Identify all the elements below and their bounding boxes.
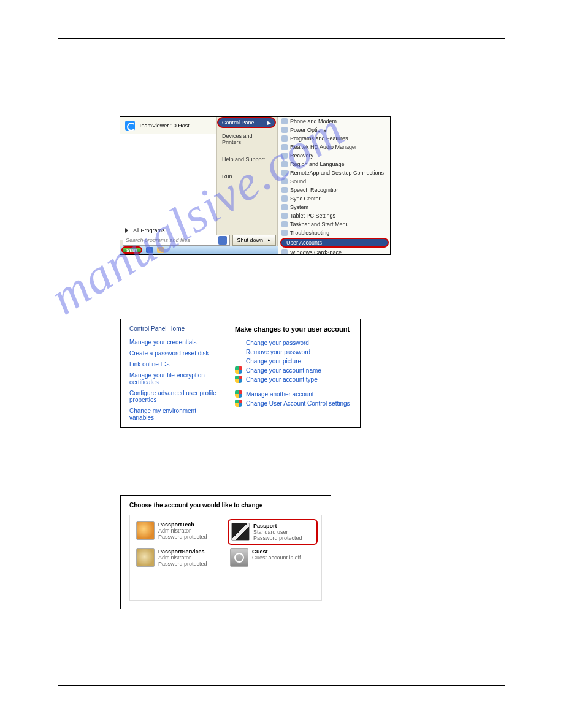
submenu-item[interactable]: Phone and Modem bbox=[278, 117, 391, 126]
shutdown-button[interactable]: Shut down ▸ bbox=[232, 235, 276, 246]
submenu-label: Tablet PC Settings bbox=[290, 212, 335, 219]
submenu-item[interactable]: System bbox=[278, 203, 391, 211]
submenu-item[interactable]: Power Options bbox=[278, 126, 391, 134]
sidebar-link[interactable]: Manage your file encryption certificates bbox=[129, 372, 221, 385]
page-top-rule bbox=[58, 38, 505, 39]
submenu-label: Windows CardSpace bbox=[290, 249, 342, 255]
account-role: Guest account is off bbox=[252, 555, 301, 561]
sidebar-link[interactable]: Change my environment variables bbox=[129, 408, 221, 421]
account-meta: Passport Standard user Password protecte… bbox=[253, 523, 302, 541]
account-tile[interactable]: PassportTech Administrator Password prot… bbox=[136, 521, 221, 542]
choose-account-heading: Choose the account you would like to cha… bbox=[129, 502, 322, 509]
start-right-column: Devices and Printers Help and Support Ru… bbox=[217, 117, 277, 240]
app-icon bbox=[282, 144, 288, 150]
app-icon bbox=[282, 195, 288, 202]
pinned-app-label: TeamViewer 10 Host bbox=[139, 123, 190, 129]
uac-shield-icon bbox=[235, 400, 242, 407]
submenu-label: Power Options bbox=[290, 126, 326, 134]
account-avatar bbox=[230, 548, 248, 567]
account-pw: Password protected bbox=[158, 561, 207, 567]
account-tile[interactable]: Guest Guest account is off bbox=[230, 548, 315, 567]
sidebar-link[interactable]: Configure advanced user profile properti… bbox=[129, 390, 221, 403]
app-icon bbox=[282, 127, 288, 133]
manage-another-account-link[interactable]: Manage another account bbox=[235, 390, 351, 398]
account-option[interactable]: Change your account type bbox=[235, 376, 351, 383]
app-icon bbox=[282, 178, 288, 184]
sidebar-link[interactable]: Link online IDs bbox=[129, 361, 221, 368]
user-accounts-label: User Accounts bbox=[286, 240, 322, 246]
submenu-item[interactable]: Region and Language bbox=[278, 160, 391, 169]
account-avatar bbox=[136, 548, 155, 567]
cp-heading: Make changes to your user account bbox=[235, 325, 351, 333]
search-icon bbox=[218, 236, 227, 245]
explorer-icon[interactable] bbox=[157, 247, 164, 253]
account-option[interactable]: Change your password bbox=[235, 339, 351, 346]
sidebar-link[interactable]: Manage your credentials bbox=[129, 339, 221, 346]
submenu-item[interactable]: Tablet PC Settings bbox=[278, 211, 391, 220]
cp-home-link[interactable]: Control Panel Home bbox=[129, 325, 221, 332]
account-option[interactable]: Change your picture bbox=[235, 357, 351, 365]
submenu-label: Sound bbox=[290, 178, 306, 185]
app-icon bbox=[282, 204, 288, 210]
submenu-item[interactable]: Troubleshooting bbox=[278, 229, 391, 237]
search-placeholder: Search programs and files bbox=[126, 237, 190, 243]
run-menu-item[interactable]: Run... bbox=[217, 171, 277, 182]
cp-main: Make changes to your user account Change… bbox=[235, 325, 351, 421]
devices-menu-item[interactable]: Devices and Printers bbox=[217, 131, 277, 148]
account-grid: PassportTech Administrator Password prot… bbox=[129, 515, 322, 601]
account-avatar bbox=[136, 521, 155, 540]
app-icon bbox=[282, 170, 288, 176]
start-search-row: Search programs and files Shut down ▸ bbox=[123, 233, 276, 247]
submenu-item[interactable]: Windows CardSpace bbox=[278, 248, 391, 255]
submenu-label: Sync Center bbox=[290, 195, 321, 202]
uac-shield-icon bbox=[235, 376, 242, 383]
help-menu-item[interactable]: Help and Support bbox=[217, 154, 277, 165]
change-uac-link[interactable]: Change User Account Control settings bbox=[235, 400, 351, 407]
submenu-item[interactable]: RemoteApp and Desktop Connections bbox=[278, 169, 391, 177]
account-name: PassportServices bbox=[158, 548, 207, 555]
account-tile-highlighted[interactable]: Passport Standard user Password protecte… bbox=[228, 519, 318, 545]
uac-shield-icon bbox=[235, 390, 242, 398]
pinned-app-row[interactable]: TeamViewer 10 Host bbox=[120, 117, 216, 134]
app-icon bbox=[282, 249, 288, 255]
submenu-item[interactable]: Programs and Features bbox=[278, 134, 391, 143]
submenu-item[interactable]: Taskbar and Start Menu bbox=[278, 220, 391, 229]
account-option[interactable]: Remove your password bbox=[235, 348, 351, 355]
submenu-item[interactable]: Sound bbox=[278, 177, 391, 186]
all-programs-label: All Programs bbox=[133, 227, 165, 233]
control-panel-menu-item[interactable]: Control Panel ▶ bbox=[217, 117, 276, 128]
account-role: Standard user bbox=[253, 529, 302, 535]
app-icon bbox=[282, 213, 288, 219]
start-menu-screenshot: TeamViewer 10 Host All Programs Control … bbox=[120, 116, 391, 255]
submenu-item[interactable]: Realtek HD Audio Manager bbox=[278, 143, 391, 151]
account-meta: PassportServices Administrator Password … bbox=[158, 548, 207, 567]
sidebar-link[interactable]: Create a password reset disk bbox=[129, 350, 221, 357]
account-meta: Guest Guest account is off bbox=[252, 548, 301, 561]
user-accounts-menu-item[interactable]: User Accounts bbox=[280, 238, 389, 248]
teamviewer-icon bbox=[125, 121, 135, 131]
submenu-label: Taskbar and Start Menu bbox=[290, 221, 349, 228]
account-tile[interactable]: PassportServices Administrator Password … bbox=[136, 548, 221, 567]
submenu-item[interactable]: Speech Recognition bbox=[278, 186, 391, 194]
control-panel-label: Control Panel bbox=[222, 119, 256, 126]
cp-sidebar: Control Panel Home Manage your credentia… bbox=[129, 325, 221, 421]
app-icon bbox=[282, 230, 288, 236]
uac-shield-icon bbox=[235, 366, 242, 374]
option-label: Manage another account bbox=[246, 391, 314, 398]
shutdown-dropdown-icon[interactable]: ▸ bbox=[266, 235, 272, 245]
ie-icon[interactable] bbox=[146, 247, 153, 253]
account-option[interactable]: Change your account name bbox=[235, 366, 351, 374]
app-icon bbox=[282, 118, 288, 124]
page-bottom-rule bbox=[58, 685, 505, 686]
submenu-item[interactable]: Sync Center bbox=[278, 194, 391, 203]
shutdown-label: Shut down bbox=[237, 237, 263, 243]
search-input[interactable]: Search programs and files bbox=[123, 235, 230, 246]
start-button[interactable]: Start bbox=[121, 246, 142, 254]
taskbar: Start bbox=[120, 246, 278, 254]
account-role: Administrator bbox=[158, 555, 207, 561]
account-name: Passport bbox=[253, 523, 302, 529]
all-programs-row[interactable]: All Programs bbox=[125, 227, 165, 233]
submenu-label: Speech Recognition bbox=[290, 186, 340, 194]
submenu-item[interactable]: Recovery bbox=[278, 151, 391, 160]
account-pw: Password protected bbox=[158, 534, 207, 540]
